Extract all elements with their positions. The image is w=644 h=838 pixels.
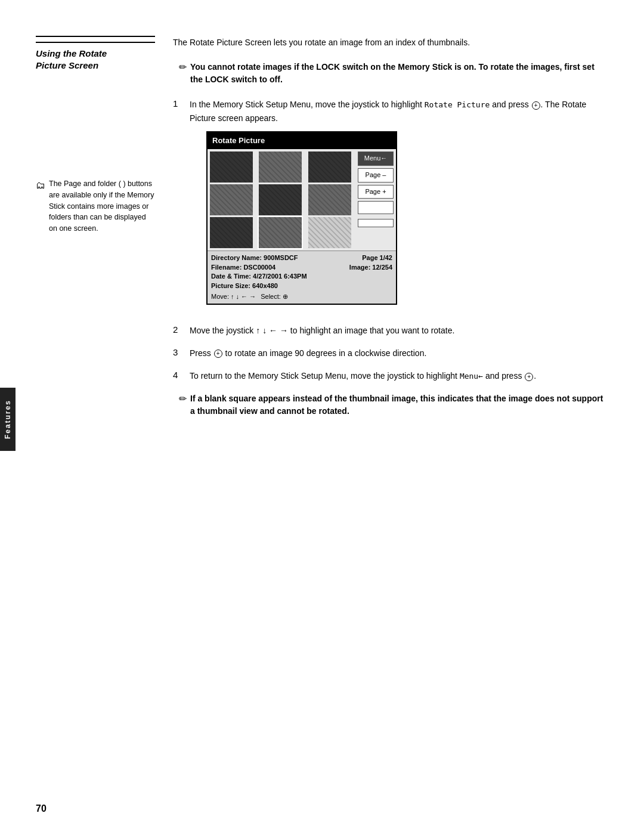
bottom-note-box: ✏ If a blank square appears instead of t… — [179, 392, 608, 418]
page-number: 70 — [36, 803, 47, 814]
thumb-8 — [259, 217, 302, 248]
thumbnail-grid — [210, 151, 355, 248]
step-4: 4 To return to the Memory Stick Setup Me… — [173, 369, 608, 383]
pencil-warning-icon: ✏ — [179, 61, 187, 73]
bottom-note-text: If a blank square appears instead of the… — [190, 392, 608, 418]
step-3: 3 Press + to rotate an image 90 degrees … — [173, 347, 608, 360]
screen-body: Menu← Page – Page + — [208, 149, 396, 251]
section-title: Using the Rotate Picture Screen — [36, 42, 155, 71]
step-text-2: Move the joystick ↑ ↓ ← → to highlight a… — [190, 324, 608, 337]
step-number-3: 3 — [173, 347, 184, 357]
step-number-1: 1 — [173, 98, 184, 109]
thumb-4 — [210, 184, 253, 215]
blank-square-1 — [358, 201, 394, 214]
menu-btn[interactable]: Menu← — [358, 151, 394, 166]
thumb-2 — [259, 151, 302, 183]
screen-mockup: Rotate Picture — [206, 131, 397, 305]
info-row-4: Picture Size: 640x480 — [211, 282, 392, 290]
page-plus-btn[interactable]: Page + — [358, 185, 394, 199]
screen-info: Directory Name: 900MSDCF Page 1/42 Filen… — [208, 251, 396, 303]
warning-box: ✏ You cannot rotate images if the LOCK s… — [179, 61, 608, 86]
blank-square-2 — [358, 219, 394, 227]
right-column: The Rotate Picture Screen lets you rotat… — [167, 36, 608, 802]
steps-list: 1 In the Memory Stick Setup Menu, move t… — [173, 98, 608, 383]
move-select-row: Move: ↑ ↓ ← → Select: ⊕ — [211, 292, 392, 302]
step-1: 1 In the Memory Stick Setup Menu, move t… — [173, 98, 608, 314]
circle-button-3: + — [214, 350, 222, 358]
thumb-7 — [210, 217, 253, 248]
thumb-3 — [308, 151, 351, 183]
page-minus-btn[interactable]: Page – — [358, 168, 394, 183]
screen-title-bar: Rotate Picture — [208, 132, 396, 150]
step-text-1: In the Memory Stick Setup Menu, move the… — [190, 98, 608, 314]
screen-sidebar: Menu← Page – Page + — [358, 151, 394, 248]
circle-button-1: + — [532, 101, 540, 110]
thumb-6 — [308, 184, 351, 215]
page-folder-icon: 🗂 — [36, 178, 45, 193]
info-row-2: Filename: DSC00004 Image: 12/254 — [211, 263, 392, 272]
thumb-5 — [259, 184, 302, 215]
step-number-4: 4 — [173, 369, 184, 380]
intro-text: The Rotate Picture Screen lets you rotat… — [173, 36, 608, 49]
step-2: 2 Move the joystick ↑ ↓ ← → to highlight… — [173, 324, 608, 337]
thumb-9 — [308, 217, 351, 248]
pencil-note-icon: ✏ — [179, 393, 187, 404]
features-tab: Features — [0, 387, 16, 450]
step-number-2: 2 — [173, 324, 184, 335]
step-text-3: Press + to rotate an image 90 degrees in… — [190, 347, 608, 360]
info-row-3: Date & Time: 4/27/2001 6:43PM — [211, 272, 392, 281]
sidebar-note-text: The Page and folder ( ) buttons are avai… — [49, 178, 155, 234]
left-column: Using the Rotate Picture Screen 🗂 The Pa… — [36, 36, 167, 802]
info-row-1: Directory Name: 900MSDCF Page 1/42 — [211, 253, 392, 262]
step-text-4: To return to the Memory Stick Setup Menu… — [190, 369, 608, 383]
circle-button-4: + — [525, 373, 533, 381]
warning-text: You cannot rotate images if the LOCK swi… — [190, 61, 608, 86]
sidebar-note: 🗂 The Page and folder ( ) buttons are av… — [36, 178, 155, 234]
thumb-1 — [210, 151, 253, 183]
